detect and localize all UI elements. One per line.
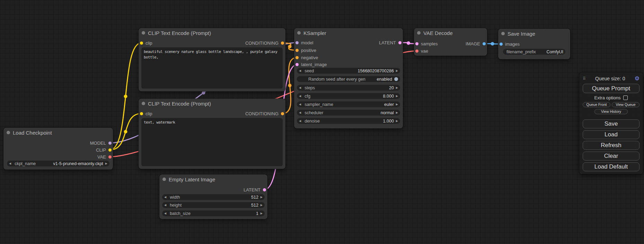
- node-header[interactable]: Load Checkpoint: [3, 128, 113, 137]
- widget-filename-prefix[interactable]: filename_prefix ComfyUI: [503, 49, 565, 55]
- arrow-left-icon[interactable]: ◀: [299, 70, 301, 72]
- output-dot-image[interactable]: [483, 42, 486, 45]
- output-dot-model[interactable]: [108, 142, 112, 145]
- save-button[interactable]: Save: [583, 119, 639, 128]
- widget-ckpt-name[interactable]: ◀ ckpt_name v1-5-pruned-emaonly.ckpt ▶: [7, 161, 109, 166]
- widget-denoise[interactable]: ◀ denoise 1.000 ▶: [297, 118, 400, 124]
- arrow-left-icon[interactable]: ◀: [164, 204, 166, 207]
- queue-front-button[interactable]: Queue Front: [583, 102, 610, 107]
- input-slot-images: images: [498, 40, 570, 47]
- arrow-right-icon[interactable]: ▶: [396, 111, 398, 114]
- view-history-button[interactable]: View History: [594, 109, 628, 114]
- load-default-button[interactable]: Load Default: [583, 162, 639, 171]
- refresh-button[interactable]: Refresh: [583, 141, 639, 150]
- arrow-right-icon[interactable]: ▶: [396, 103, 398, 106]
- input-dot-positive[interactable]: [295, 49, 299, 52]
- arrow-right-icon[interactable]: ▶: [261, 196, 263, 199]
- arrow-right-icon[interactable]: ▶: [396, 120, 398, 123]
- negative-prompt-textarea[interactable]: text, watermark: [141, 118, 283, 166]
- clear-button[interactable]: Clear: [583, 152, 639, 161]
- node-load-checkpoint[interactable]: Load Checkpoint MODEL CLIP VAE ◀ ckpt_na…: [3, 128, 113, 170]
- node-collapse-dot-icon[interactable]: [417, 31, 421, 35]
- node-vae-decode[interactable]: VAE Decode samples IMAGE vae: [414, 28, 487, 56]
- output-dot-conditioning[interactable]: [281, 42, 284, 45]
- input-dot-latent-image[interactable]: [295, 63, 299, 66]
- node-collapse-dot-icon[interactable]: [142, 31, 145, 35]
- node-collapse-dot-icon[interactable]: [162, 178, 166, 181]
- arrow-right-icon[interactable]: ▶: [396, 87, 398, 89]
- node-header[interactable]: CLIP Text Encode (Prompt): [139, 28, 285, 38]
- view-queue-button[interactable]: View Queue: [612, 102, 639, 107]
- arrow-right-icon[interactable]: ▶: [105, 162, 107, 165]
- link-midpoint-dot[interactable]: [491, 42, 494, 46]
- arrow-right-icon[interactable]: ▶: [396, 70, 398, 72]
- input-dot-vae[interactable]: [415, 49, 418, 53]
- widget-value: enabled: [377, 77, 392, 82]
- input-dot-clip[interactable]: [140, 112, 143, 115]
- node-ksampler[interactable]: KSampler model LATENT positive negative …: [294, 28, 403, 128]
- output-dot-conditioning[interactable]: [281, 112, 284, 115]
- node-collapse-dot-icon[interactable]: [7, 131, 10, 134]
- arrow-left-icon[interactable]: ◀: [9, 162, 11, 165]
- output-dot-latent[interactable]: [398, 41, 402, 44]
- node-header[interactable]: Save Image: [498, 29, 570, 38]
- input-slot-latent-image: latent_image: [294, 61, 403, 68]
- node-clip-text-encode-positive[interactable]: CLIP Text Encode (Prompt) clip CONDITION…: [139, 28, 285, 91]
- output-dot-clip[interactable]: [108, 148, 112, 152]
- drag-handle-icon[interactable]: ⠿: [583, 76, 586, 81]
- widget-sampler-name[interactable]: ◀ sampler_name euler ▶: [297, 101, 400, 107]
- input-dot-images[interactable]: [500, 43, 503, 46]
- input-dot-samples[interactable]: [415, 42, 418, 45]
- link-midpoint-dot[interactable]: [407, 42, 410, 45]
- link-midpoint-dot[interactable]: [288, 45, 292, 48]
- arrow-left-icon[interactable]: ◀: [164, 196, 166, 199]
- arrow-right-icon[interactable]: ▶: [261, 212, 263, 215]
- node-save-image[interactable]: Save Image images filename_prefix ComfyU…: [498, 29, 570, 59]
- input-dot-clip[interactable]: [140, 42, 143, 45]
- slot-label: CLIP: [96, 147, 106, 153]
- input-dot-negative[interactable]: [295, 56, 299, 59]
- arrow-right-icon[interactable]: ▶: [396, 95, 398, 98]
- input-dot-model[interactable]: [295, 41, 299, 44]
- widget-batch-size[interactable]: ◀ batch_size 1 ▶: [162, 210, 265, 216]
- arrow-left-icon[interactable]: ◀: [299, 111, 301, 114]
- node-collapse-dot-icon[interactable]: [501, 32, 505, 35]
- slot-label: CONDITIONING: [245, 40, 279, 46]
- node-clip-text-encode-negative[interactable]: CLIP Text Encode (Prompt) clip CONDITION…: [139, 99, 285, 169]
- settings-gear-icon[interactable]: ⚙: [635, 76, 639, 81]
- node-header[interactable]: VAE Decode: [414, 28, 487, 38]
- link-midpoint-dot[interactable]: [124, 130, 127, 134]
- widget-seed[interactable]: ◀ seed 156680208700286 ▶: [297, 68, 400, 74]
- node-collapse-dot-icon[interactable]: [297, 31, 301, 35]
- output-slot-latent: LATENT: [294, 39, 403, 46]
- output-dot-latent[interactable]: [263, 188, 266, 191]
- link-midpoint-dot[interactable]: [202, 91, 205, 94]
- widget-height[interactable]: ◀ height 512 ▶: [162, 202, 265, 208]
- node-header[interactable]: CLIP Text Encode (Prompt): [139, 99, 285, 108]
- widget-width[interactable]: ◀ width 512 ▶: [162, 194, 265, 200]
- arrow-left-icon[interactable]: ◀: [299, 87, 301, 89]
- node-collapse-dot-icon[interactable]: [142, 102, 145, 105]
- arrow-left-icon[interactable]: ◀: [299, 95, 301, 98]
- widget-random-seed[interactable]: Random seed after every gen enabled: [297, 76, 400, 82]
- link-midpoint-dot[interactable]: [124, 95, 127, 98]
- arrow-left-icon[interactable]: ◀: [164, 212, 166, 215]
- load-button[interactable]: Load: [583, 130, 639, 139]
- input-slot-clip: clip: [139, 39, 285, 46]
- node-empty-latent-image[interactable]: Empty Latent Image LATENT ◀ width 512 ▶ …: [159, 174, 267, 219]
- output-dot-vae[interactable]: [108, 155, 112, 159]
- widget-cfg[interactable]: ◀ cfg 8.000 ▶: [297, 93, 400, 99]
- widget-steps[interactable]: ◀ steps 20 ▶: [297, 85, 400, 91]
- positive-prompt-textarea[interactable]: beautiful scenery nature glass bottle la…: [141, 47, 283, 89]
- toggle-indicator[interactable]: [394, 77, 398, 81]
- extra-options-checkbox[interactable]: [623, 96, 628, 100]
- queue-prompt-button[interactable]: Queue Prompt: [583, 84, 639, 93]
- arrow-left-icon[interactable]: ◀: [299, 120, 301, 123]
- slot-label: LATENT: [379, 40, 396, 45]
- link-midpoint-dot[interactable]: [288, 84, 292, 87]
- arrow-left-icon[interactable]: ◀: [299, 103, 301, 106]
- arrow-right-icon[interactable]: ▶: [261, 204, 263, 207]
- node-header[interactable]: KSampler: [294, 28, 403, 38]
- widget-scheduler[interactable]: ◀ scheduler normal ▶: [297, 110, 400, 116]
- node-header[interactable]: Empty Latent Image: [159, 174, 267, 184]
